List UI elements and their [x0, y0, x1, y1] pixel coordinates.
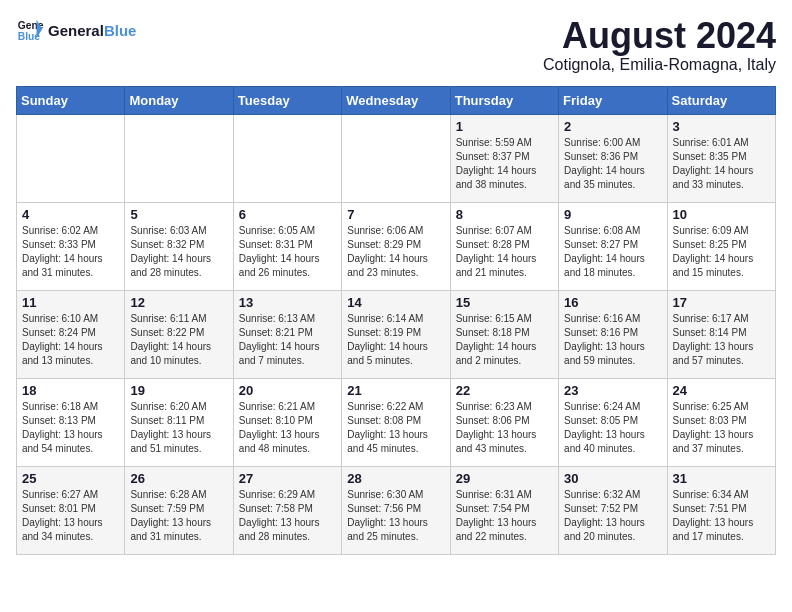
calendar-cell [233, 114, 341, 202]
day-number: 21 [347, 383, 444, 398]
calendar-cell [17, 114, 125, 202]
calendar-cell: 21Sunrise: 6:22 AM Sunset: 8:08 PM Dayli… [342, 378, 450, 466]
day-number: 19 [130, 383, 227, 398]
weekday-header: Wednesday [342, 86, 450, 114]
weekday-header: Thursday [450, 86, 558, 114]
day-number: 13 [239, 295, 336, 310]
weekday-header: Tuesday [233, 86, 341, 114]
day-info: Sunrise: 6:10 AM Sunset: 8:24 PM Dayligh… [22, 312, 119, 368]
logo: General Blue GeneralBlue [16, 16, 136, 44]
day-info: Sunrise: 6:07 AM Sunset: 8:28 PM Dayligh… [456, 224, 553, 280]
calendar-cell: 8Sunrise: 6:07 AM Sunset: 8:28 PM Daylig… [450, 202, 558, 290]
day-info: Sunrise: 6:13 AM Sunset: 8:21 PM Dayligh… [239, 312, 336, 368]
calendar-week: 4Sunrise: 6:02 AM Sunset: 8:33 PM Daylig… [17, 202, 776, 290]
calendar-week: 1Sunrise: 5:59 AM Sunset: 8:37 PM Daylig… [17, 114, 776, 202]
weekday-header: Friday [559, 86, 667, 114]
day-info: Sunrise: 6:06 AM Sunset: 8:29 PM Dayligh… [347, 224, 444, 280]
day-number: 23 [564, 383, 661, 398]
day-number: 6 [239, 207, 336, 222]
calendar-cell: 4Sunrise: 6:02 AM Sunset: 8:33 PM Daylig… [17, 202, 125, 290]
day-number: 25 [22, 471, 119, 486]
calendar-week: 25Sunrise: 6:27 AM Sunset: 8:01 PM Dayli… [17, 466, 776, 554]
logo-icon: General Blue [16, 16, 44, 44]
weekday-header: Monday [125, 86, 233, 114]
calendar-cell: 14Sunrise: 6:14 AM Sunset: 8:19 PM Dayli… [342, 290, 450, 378]
calendar-cell: 10Sunrise: 6:09 AM Sunset: 8:25 PM Dayli… [667, 202, 775, 290]
day-number: 1 [456, 119, 553, 134]
day-info: Sunrise: 6:32 AM Sunset: 7:52 PM Dayligh… [564, 488, 661, 544]
day-number: 28 [347, 471, 444, 486]
calendar-cell: 24Sunrise: 6:25 AM Sunset: 8:03 PM Dayli… [667, 378, 775, 466]
day-info: Sunrise: 6:17 AM Sunset: 8:14 PM Dayligh… [673, 312, 770, 368]
day-info: Sunrise: 6:34 AM Sunset: 7:51 PM Dayligh… [673, 488, 770, 544]
weekday-header: Saturday [667, 86, 775, 114]
calendar-cell: 7Sunrise: 6:06 AM Sunset: 8:29 PM Daylig… [342, 202, 450, 290]
day-info: Sunrise: 6:24 AM Sunset: 8:05 PM Dayligh… [564, 400, 661, 456]
day-number: 29 [456, 471, 553, 486]
calendar-cell: 29Sunrise: 6:31 AM Sunset: 7:54 PM Dayli… [450, 466, 558, 554]
day-number: 4 [22, 207, 119, 222]
day-info: Sunrise: 6:08 AM Sunset: 8:27 PM Dayligh… [564, 224, 661, 280]
day-number: 27 [239, 471, 336, 486]
day-number: 26 [130, 471, 227, 486]
calendar-cell: 1Sunrise: 5:59 AM Sunset: 8:37 PM Daylig… [450, 114, 558, 202]
calendar-cell: 26Sunrise: 6:28 AM Sunset: 7:59 PM Dayli… [125, 466, 233, 554]
day-info: Sunrise: 6:20 AM Sunset: 8:11 PM Dayligh… [130, 400, 227, 456]
day-number: 2 [564, 119, 661, 134]
day-info: Sunrise: 6:21 AM Sunset: 8:10 PM Dayligh… [239, 400, 336, 456]
calendar-cell: 2Sunrise: 6:00 AM Sunset: 8:36 PM Daylig… [559, 114, 667, 202]
title-block: August 2024 Cotignola, Emilia-Romagna, I… [543, 16, 776, 74]
day-number: 11 [22, 295, 119, 310]
day-info: Sunrise: 6:23 AM Sunset: 8:06 PM Dayligh… [456, 400, 553, 456]
calendar-cell: 23Sunrise: 6:24 AM Sunset: 8:05 PM Dayli… [559, 378, 667, 466]
day-info: Sunrise: 6:14 AM Sunset: 8:19 PM Dayligh… [347, 312, 444, 368]
calendar-cell: 17Sunrise: 6:17 AM Sunset: 8:14 PM Dayli… [667, 290, 775, 378]
day-number: 9 [564, 207, 661, 222]
day-number: 14 [347, 295, 444, 310]
day-info: Sunrise: 6:25 AM Sunset: 8:03 PM Dayligh… [673, 400, 770, 456]
calendar-cell: 11Sunrise: 6:10 AM Sunset: 8:24 PM Dayli… [17, 290, 125, 378]
day-info: Sunrise: 6:05 AM Sunset: 8:31 PM Dayligh… [239, 224, 336, 280]
calendar-cell: 12Sunrise: 6:11 AM Sunset: 8:22 PM Dayli… [125, 290, 233, 378]
calendar-cell: 6Sunrise: 6:05 AM Sunset: 8:31 PM Daylig… [233, 202, 341, 290]
calendar-cell: 3Sunrise: 6:01 AM Sunset: 8:35 PM Daylig… [667, 114, 775, 202]
day-info: Sunrise: 6:11 AM Sunset: 8:22 PM Dayligh… [130, 312, 227, 368]
day-number: 10 [673, 207, 770, 222]
day-number: 17 [673, 295, 770, 310]
day-info: Sunrise: 6:31 AM Sunset: 7:54 PM Dayligh… [456, 488, 553, 544]
month-title: August 2024 [543, 16, 776, 56]
day-number: 16 [564, 295, 661, 310]
day-info: Sunrise: 6:15 AM Sunset: 8:18 PM Dayligh… [456, 312, 553, 368]
day-info: Sunrise: 5:59 AM Sunset: 8:37 PM Dayligh… [456, 136, 553, 192]
day-number: 3 [673, 119, 770, 134]
day-number: 18 [22, 383, 119, 398]
day-info: Sunrise: 6:03 AM Sunset: 8:32 PM Dayligh… [130, 224, 227, 280]
calendar-cell: 18Sunrise: 6:18 AM Sunset: 8:13 PM Dayli… [17, 378, 125, 466]
calendar-table: SundayMondayTuesdayWednesdayThursdayFrid… [16, 86, 776, 555]
calendar-cell: 16Sunrise: 6:16 AM Sunset: 8:16 PM Dayli… [559, 290, 667, 378]
day-info: Sunrise: 6:28 AM Sunset: 7:59 PM Dayligh… [130, 488, 227, 544]
day-number: 12 [130, 295, 227, 310]
day-info: Sunrise: 6:27 AM Sunset: 8:01 PM Dayligh… [22, 488, 119, 544]
day-info: Sunrise: 6:29 AM Sunset: 7:58 PM Dayligh… [239, 488, 336, 544]
weekday-header: Sunday [17, 86, 125, 114]
calendar-cell: 20Sunrise: 6:21 AM Sunset: 8:10 PM Dayli… [233, 378, 341, 466]
day-number: 20 [239, 383, 336, 398]
calendar-cell: 31Sunrise: 6:34 AM Sunset: 7:51 PM Dayli… [667, 466, 775, 554]
calendar-header: SundayMondayTuesdayWednesdayThursdayFrid… [17, 86, 776, 114]
calendar-week: 18Sunrise: 6:18 AM Sunset: 8:13 PM Dayli… [17, 378, 776, 466]
day-info: Sunrise: 6:02 AM Sunset: 8:33 PM Dayligh… [22, 224, 119, 280]
day-info: Sunrise: 6:22 AM Sunset: 8:08 PM Dayligh… [347, 400, 444, 456]
day-info: Sunrise: 6:18 AM Sunset: 8:13 PM Dayligh… [22, 400, 119, 456]
day-number: 7 [347, 207, 444, 222]
day-info: Sunrise: 6:01 AM Sunset: 8:35 PM Dayligh… [673, 136, 770, 192]
calendar-cell: 5Sunrise: 6:03 AM Sunset: 8:32 PM Daylig… [125, 202, 233, 290]
day-info: Sunrise: 6:09 AM Sunset: 8:25 PM Dayligh… [673, 224, 770, 280]
calendar-cell: 22Sunrise: 6:23 AM Sunset: 8:06 PM Dayli… [450, 378, 558, 466]
calendar-cell: 28Sunrise: 6:30 AM Sunset: 7:56 PM Dayli… [342, 466, 450, 554]
day-info: Sunrise: 6:30 AM Sunset: 7:56 PM Dayligh… [347, 488, 444, 544]
calendar-cell: 27Sunrise: 6:29 AM Sunset: 7:58 PM Dayli… [233, 466, 341, 554]
calendar-cell [342, 114, 450, 202]
day-number: 30 [564, 471, 661, 486]
day-info: Sunrise: 6:16 AM Sunset: 8:16 PM Dayligh… [564, 312, 661, 368]
